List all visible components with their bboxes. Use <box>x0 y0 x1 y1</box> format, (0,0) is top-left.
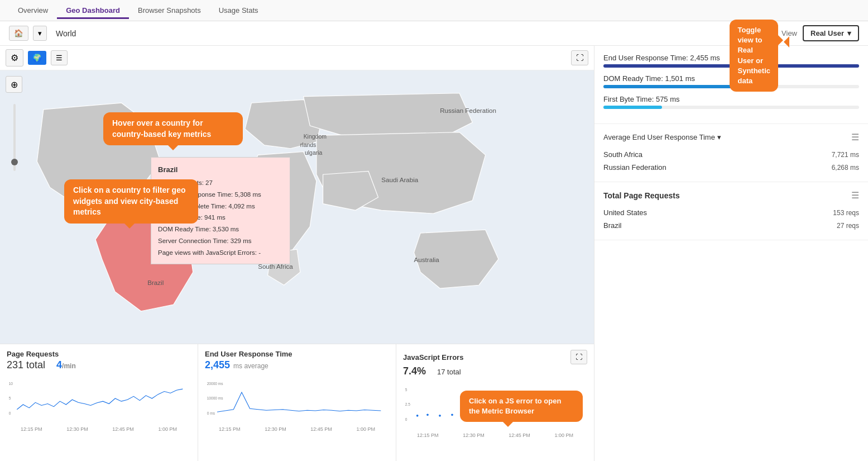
tooltip-row-6: Page views with JavaScript Errors: - <box>158 247 283 259</box>
map-toolbar: ⚙ 🌍 ☰ ⛶ <box>0 46 594 70</box>
page-requests-panel: Page Requests 231 total 4/min 10 5 0 12:… <box>0 344 198 461</box>
tooltip-row-4: DOM Ready Time: 3,530 ms <box>158 224 283 235</box>
svg-text:2.5: 2.5 <box>405 402 410 406</box>
total-requests-row-0: United States 153 reqs <box>603 206 859 219</box>
svg-text:rlands: rlands <box>300 142 316 148</box>
map-area[interactable]: Russian Federation Saudi Arabia Australi… <box>0 70 594 344</box>
js-errors-fullscreen[interactable]: ⛶ <box>570 350 587 364</box>
svg-text:0 ms: 0 ms <box>207 411 215 415</box>
toolbar: 🏠 ▾ World Toggle view to Real User or Sy… <box>0 21 868 46</box>
end-user-title: End User Response Time <box>205 350 292 358</box>
avg-response-title[interactable]: Average End User Response Time ▾ <box>603 133 721 141</box>
svg-text:Australia: Australia <box>414 256 440 263</box>
total-requests-value-1: 27 reqs <box>837 222 859 230</box>
tooltip-row-5: Server Connection Time: 329 ms <box>158 235 283 247</box>
total-requests-section: Total Page Requests ☰ United States 153 … <box>594 182 868 240</box>
end-user-chart: 20000 ms 10000 ms 0 ms <box>205 373 389 424</box>
page-requests-chart: 10 5 0 <box>7 373 191 424</box>
tab-geo-dashboard[interactable]: Geo Dashboard <box>57 2 129 19</box>
map-and-charts-panel: ⚙ 🌍 ☰ ⛶ <box>0 46 594 461</box>
view-dropdown[interactable]: Real User ▾ <box>803 25 859 41</box>
svg-text:Russian Federation: Russian Federation <box>440 107 496 114</box>
total-requests-title: Total Page Requests <box>603 191 680 200</box>
svg-text:5: 5 <box>405 388 407 392</box>
end-user-response-panel: End User Response Time 2,455 ms average … <box>198 344 396 461</box>
svg-text:20000 ms: 20000 ms <box>207 382 224 386</box>
js-error-callout: Click on a JS error to open the Metric B… <box>460 391 583 422</box>
svg-text:5: 5 <box>9 396 11 400</box>
zoom-controls[interactable]: ⊕ <box>6 76 22 93</box>
svg-text:10000 ms: 10000 ms <box>207 396 224 400</box>
end-user-avg: 2,455 <box>205 359 230 371</box>
avg-response-value-1: 6,268 ms <box>832 164 859 172</box>
page-requests-title: Page Requests <box>7 350 59 358</box>
metric-2: First Byte Time: 575 ms <box>603 95 859 109</box>
hover-country-callout: Hover over a country for country-based k… <box>103 112 243 145</box>
svg-point-22 <box>451 414 453 416</box>
fullscreen-button[interactable]: ⛶ <box>571 50 588 65</box>
total-requests-label-0: United States <box>603 208 647 217</box>
right-panel: End User Response Time: 2,455 ms DOM Rea… <box>594 46 868 461</box>
zoom-slider[interactable] <box>13 104 16 171</box>
main-layout: ⚙ 🌍 ☰ ⛶ <box>0 46 868 461</box>
home-button[interactable]: 🏠 <box>9 26 28 41</box>
click-country-callout: Click on a country to filter geo widgets… <box>64 179 198 224</box>
js-errors-title: JavaScript Errors <box>403 353 463 362</box>
svg-text:10: 10 <box>9 382 13 386</box>
avg-response-value-0: 7,721 ms <box>832 151 859 159</box>
svg-text:Kingdom: Kingdom <box>304 134 327 140</box>
map-view-button[interactable]: 🌍 <box>28 51 46 65</box>
avg-response-section: Average End User Response Time ▾ ☰ South… <box>594 124 868 182</box>
avg-response-label-0: South Africa <box>603 150 642 159</box>
total-requests-value-0: 153 reqs <box>833 209 859 217</box>
svg-text:0: 0 <box>405 417 407 421</box>
avg-response-row-1: Russian Federation 6,268 ms <box>603 161 859 174</box>
svg-text:Saudi Arabia: Saudi Arabia <box>381 176 418 183</box>
svg-point-21 <box>439 415 441 417</box>
js-errors-pct: 7.4% <box>403 365 426 377</box>
page-requests-total: 231 total <box>7 359 45 371</box>
total-requests-row-1: Brazil 27 reqs <box>603 219 859 232</box>
js-errors-panel: JavaScript Errors ⛶ 7.4% 17 total 5 2.5 … <box>396 344 594 461</box>
svg-text:ulgaria: ulgaria <box>305 150 323 156</box>
js-errors-total: 17 total <box>437 368 461 376</box>
total-requests-list-icon[interactable]: ☰ <box>851 190 859 201</box>
top-nav: Overview Geo Dashboard Browser Snapshots… <box>0 0 868 21</box>
total-requests-label-1: Brazil <box>603 221 622 230</box>
bottom-charts: Page Requests 231 total 4/min 10 5 0 12:… <box>0 344 594 461</box>
avg-response-list-icon[interactable]: ☰ <box>851 132 859 142</box>
tab-overview[interactable]: Overview <box>9 2 57 19</box>
svg-text:0: 0 <box>9 411 11 415</box>
avg-response-label-1: Russian Federation <box>603 163 666 172</box>
country-tooltip-title: Brazil <box>158 163 283 176</box>
svg-point-19 <box>416 415 419 417</box>
svg-point-20 <box>426 414 429 416</box>
breadcrumb: World <box>56 29 76 38</box>
filter-button[interactable]: ⚙ <box>6 49 23 66</box>
svg-text:Brazil: Brazil <box>147 279 164 286</box>
table-view-button[interactable]: ☰ <box>51 50 68 65</box>
map-controls: ⊕ <box>6 76 22 93</box>
end-user-avg-unit: ms average <box>233 362 268 370</box>
toggle-view-callout: Toggle view to Real User or Synthetic da… <box>730 20 778 92</box>
tab-usage-stats[interactable]: Usage Stats <box>210 2 267 19</box>
tab-browser-snapshots[interactable]: Browser Snapshots <box>129 2 210 19</box>
breadcrumb-back-button[interactable]: ▾ <box>33 26 47 41</box>
page-requests-rate: 4/min <box>56 359 76 371</box>
avg-response-row-0: South Africa 7,721 ms <box>603 148 859 161</box>
metric-2-label: First Byte Time: 575 ms <box>603 95 859 103</box>
